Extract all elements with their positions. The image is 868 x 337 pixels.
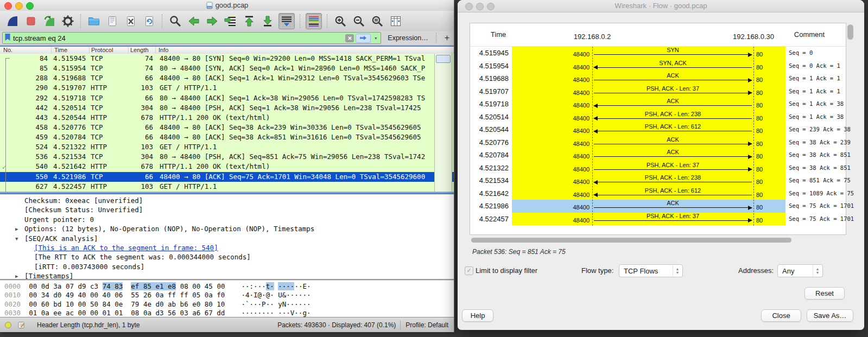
flow-horizontal-scrollbar-thumb[interactable] [471, 238, 791, 243]
detail-line[interactable]: ▶Options: (12 bytes), No-Operation (NOP)… [0, 224, 454, 233]
packet-details-pane[interactable]: Checksum: 0xeeac [unverified][Checksum S… [0, 194, 454, 281]
limit-to-display-filter-checkbox[interactable]: ✓ [465, 266, 473, 275]
display-filter-input[interactable]: tcp.stream eq 24 ✕ ▾ [2, 32, 381, 44]
frame-link[interactable]: [This is an ACK to the segment in frame:… [34, 243, 218, 252]
flow-row[interactable]: 4.5224574840080Seq = 75 Ack = 1701PSH, A… [470, 213, 846, 226]
flow-type-select[interactable]: TCP Flows ▲▼ [619, 264, 683, 277]
detail-line[interactable]: [Checksum Status: Unverified] [0, 205, 454, 214]
clear-filter-button[interactable]: ✕ [345, 34, 354, 42]
auto-scroll-icon[interactable] [278, 13, 295, 29]
addresses-select[interactable]: Any ▲▼ [777, 264, 823, 277]
flow-row[interactable]: 4.5215344840080Seq = 851 Ack = 75PSH, AC… [470, 174, 846, 187]
packet-row-627[interactable]: 6274.522457HTTP103GET / HTTP/1.1 [0, 182, 454, 192]
capture-comment-icon[interactable] [17, 321, 25, 329]
filter-history-caret[interactable]: ▾ [372, 34, 379, 42]
detail-line[interactable]: [The RTT to ACK the segment was: 0.00034… [0, 252, 454, 262]
packet-row-536[interactable]: 5364.521534TCP30480 → 48400 [PSH, ACK] S… [0, 152, 454, 162]
flow-row[interactable]: 4.5159544840080Seq = 0 Ack = 1SYN, ACK [470, 60, 846, 73]
flow-vertical-scrollbar[interactable] [847, 24, 853, 40]
packet-list-header[interactable]: No. Time Protocol Length Info [0, 47, 454, 54]
reset-button[interactable]: Reset [804, 287, 845, 300]
col-no[interactable]: No. [3, 47, 12, 54]
detail-line[interactable]: [This is an ACK to the segment in frame:… [0, 243, 454, 252]
detail-line[interactable]: Urgent pointer: 0 [0, 215, 454, 224]
packet-list-scrollbar-thumb[interactable] [436, 55, 451, 63]
packet-row-85[interactable]: 854.515954TCP7480 → 48400 [SYN, ACK] Seq… [0, 63, 454, 73]
packet-info: 48400 → 80 [ACK] Seq=38 Ack=851 Win=3161… [160, 132, 434, 142]
flow-horizontal-scrollbar[interactable] [471, 238, 845, 243]
flow-row[interactable]: 4.5197074840080Seq = 1 Ack = 1PSH, ACK -… [470, 85, 846, 98]
go-back-icon[interactable] [186, 14, 201, 29]
hex-row[interactable]: 0000 00 0d 3a 07 d9 c3 74 83 ef 85 e1 e8… [4, 282, 454, 291]
bookmark-icon[interactable] [4, 33, 11, 43]
hex-row[interactable]: 0020 00 60 bd 10 00 50 84 0e 79 4e d0 ab… [4, 300, 454, 309]
packet-row-458[interactable]: 4584.520776TCP6648400 → 80 [ACK] Seq=38 … [0, 123, 454, 132]
col-time[interactable]: Time [54, 47, 67, 54]
reload-file-icon[interactable] [142, 14, 157, 29]
go-to-packet-icon[interactable] [223, 14, 238, 29]
detail-line[interactable]: Checksum: 0xeeac [unverified] [0, 196, 454, 205]
flow-row[interactable]: 4.5205444840080Seq = 239 Ack = 38PSH, AC… [470, 123, 846, 136]
go-last-icon[interactable] [260, 14, 275, 29]
packet-row-459[interactable]: 4594.520784TCP6648400 → 80 [ACK] Seq=38 … [0, 132, 454, 142]
flow-rows[interactable]: 4.5159454840080Seq = 0SYN4.5159544840080… [470, 46, 846, 226]
resize-columns-icon[interactable] [388, 14, 403, 29]
close-button[interactable]: Close [761, 309, 801, 322]
arrowhead-icon [748, 91, 752, 95]
expression-button[interactable]: Expression… [388, 34, 428, 42]
flow-row[interactable]: 4.5207844840080Seq = 38 Ack = 851ACK [470, 149, 846, 162]
zoom-in-icon[interactable] [333, 14, 348, 29]
stop-capture-icon[interactable] [23, 14, 39, 29]
packet-row-288[interactable]: 2884.519688TCP6648400 → 80 [ACK] Seq=1 A… [0, 73, 454, 83]
packet-row-524[interactable]: 5244.521322HTTP103GET / HTTP/1.1 [0, 142, 454, 152]
packet-list-scrollbar[interactable] [434, 54, 452, 192]
packet-bytes-pane[interactable]: 0000 00 0d 3a 07 d9 c3 74 83 ef 85 e1 e8… [0, 281, 454, 319]
flow-row[interactable]: 4.5205144840080Seq = 1 Ack = 38PSH, ACK … [470, 111, 846, 124]
flow-row[interactable]: 4.5216424840080Seq = 1089 Ack = 75PSH, A… [470, 187, 846, 200]
packet-row-443[interactable]: 4434.520544HTTP678HTTP/1.1 200 OK (text/… [0, 113, 454, 123]
collapse-triangle-icon[interactable]: ▼ [15, 234, 18, 244]
col-info[interactable]: Info [159, 47, 168, 54]
flow-row[interactable]: 4.5196884840080Seq = 1 Ack = 1ACK [470, 72, 846, 85]
profile-status[interactable]: Profile: Default [406, 321, 454, 329]
flow-row[interactable]: 4.5219864840080Seq = 75 Ack = 1701ACK [470, 200, 846, 213]
flow-row[interactable]: 4.5159454840080Seq = 0SYN [470, 47, 846, 60]
zoom-reset-icon[interactable] [370, 14, 385, 29]
flow-diagram[interactable]: Time 192.168.0.2 192.168.0.30 Comment 4.… [470, 23, 846, 235]
open-file-icon[interactable] [86, 14, 102, 29]
help-button[interactable]: Help [462, 309, 493, 322]
flow-row[interactable]: 4.5207764840080Seq = 38 Ack = 239ACK [470, 136, 846, 149]
colorize-icon[interactable] [306, 13, 322, 29]
start-capture-icon[interactable] [5, 14, 20, 29]
go-forward-icon[interactable] [205, 14, 220, 29]
packet-list[interactable]: 844.515945TCP7448400 → 80 [SYN] Seq=0 Wi… [0, 54, 454, 192]
restart-capture-icon[interactable] [42, 14, 57, 29]
find-packet-icon[interactable] [168, 14, 183, 29]
expand-triangle-icon[interactable]: ▶ [15, 225, 18, 234]
expert-info-icon[interactable] [4, 321, 12, 329]
packet-row-290[interactable]: 2904.519707HTTP103GET / HTTP/1.1 [0, 83, 454, 93]
detail-line[interactable]: ▼[SEQ/ACK analysis] [0, 234, 454, 243]
col-length[interactable]: Length [130, 47, 149, 54]
col-protocol[interactable]: Protocol [91, 47, 113, 54]
packet-row-540[interactable]: 5404.521642HTTP678HTTP/1.1 200 OK (text/… [0, 162, 454, 171]
add-filter-button[interactable]: + [442, 33, 452, 43]
go-first-icon[interactable] [242, 14, 257, 29]
save-file-icon[interactable] [105, 14, 120, 29]
capture-options-icon[interactable] [60, 14, 75, 29]
hex-row[interactable]: 0010 00 34 d0 49 40 00 40 06 55 26 0a ff… [4, 291, 454, 300]
detail-text: Checksum: 0xeeac [unverified] [24, 196, 143, 205]
packet-row-550[interactable]: 5504.521986TCP6648400 → 80 [ACK] Seq=75 … [0, 172, 454, 182]
zoom-out-icon[interactable] [351, 14, 366, 29]
flow-row[interactable]: 4.5213224840080Seq = 38 Ack = 851PSH, AC… [470, 162, 846, 175]
limit-to-display-filter-label[interactable]: Limit to display filter [476, 266, 537, 275]
flow-row[interactable]: 4.5197184840080Seq = 1 Ack = 38ACK [470, 98, 846, 111]
packet-row-442[interactable]: 4424.520514TCP30480 → 48400 [PSH, ACK] S… [0, 103, 454, 113]
save-as-button[interactable]: Save As… [807, 309, 853, 322]
detail-line[interactable]: [iRTT: 0.003743000 seconds] [0, 262, 454, 271]
packet-row-292[interactable]: 2924.519718TCP6680 → 48400 [ACK] Seq=1 A… [0, 93, 454, 103]
display-filter-text[interactable]: tcp.stream eq 24 [13, 34, 345, 42]
packet-row-84[interactable]: 844.515945TCP7448400 → 80 [SYN] Seq=0 Wi… [0, 54, 454, 63]
apply-filter-button[interactable] [356, 34, 371, 43]
close-file-icon[interactable] [123, 14, 138, 29]
